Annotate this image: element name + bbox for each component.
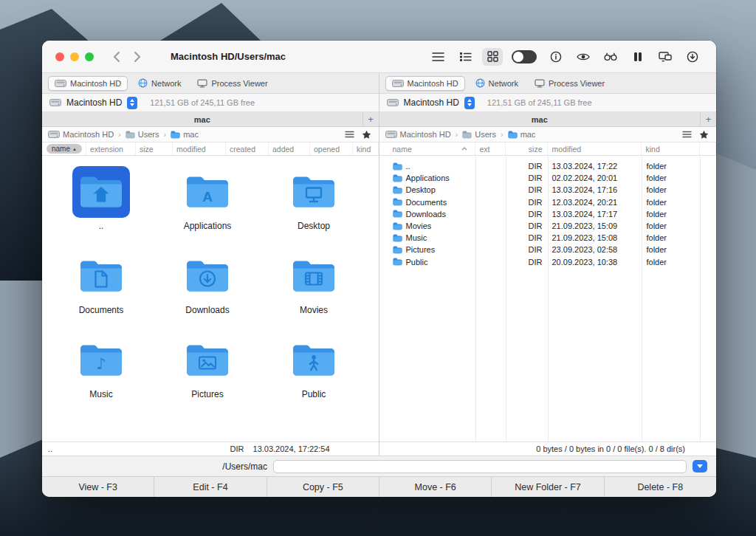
breadcrumb-label: Macintosh HD xyxy=(400,130,451,139)
left-content[interactable]: .. A Applications Desktop Documents Down… xyxy=(42,156,379,441)
grid-item-music[interactable]: ♪ Music xyxy=(48,327,154,411)
list-row-applications[interactable]: ApplicationsDIR02.02.2024, 20:01folder xyxy=(379,172,717,184)
window-title: Macintosh HD/Users/mac xyxy=(171,51,286,62)
grid-item-pictures[interactable]: Pictures xyxy=(154,327,261,411)
toggle-knob xyxy=(513,52,523,62)
command-input[interactable] xyxy=(273,460,687,473)
column-header-size[interactable]: size xyxy=(136,142,173,155)
folder-tab[interactable]: mac xyxy=(379,115,701,124)
column-header-opened[interactable]: opened xyxy=(310,142,353,155)
folder-blue-icon xyxy=(393,222,402,230)
fn-button-edit-f4[interactable]: Edit - F4 xyxy=(154,477,267,497)
folder-tab[interactable]: mac xyxy=(42,115,362,124)
column-header-kind[interactable]: kind xyxy=(353,142,379,155)
list-row-documents[interactable]: DocumentsDIR12.03.2024, 20:21folder xyxy=(379,196,717,208)
download-icon[interactable] xyxy=(682,48,703,66)
list-row-item[interactable]: ..DIR13.03.2024, 17:22folder xyxy=(379,160,717,172)
tab-network[interactable]: Network xyxy=(470,76,524,90)
drive-name: Macintosh HD xyxy=(404,97,459,108)
list-row-downloads[interactable]: DownloadsDIR13.03.2024, 17:17folder xyxy=(379,208,717,220)
list-row-music[interactable]: MusicDIR21.09.2023, 15:08folder xyxy=(379,232,717,244)
minimize-button[interactable] xyxy=(70,52,79,61)
stepper-down-arrow xyxy=(130,103,134,106)
breadcrumb-separator: › xyxy=(118,130,121,139)
svg-text:A: A xyxy=(202,189,213,205)
star-icon[interactable] xyxy=(362,130,371,140)
tab-macintosh-hd[interactable]: Macintosh HD xyxy=(48,76,128,91)
fn-button-delete-f8[interactable]: Delete - F8 xyxy=(605,477,716,497)
list-row-pictures[interactable]: PicturesDIR23.09.2023, 02:58folder xyxy=(379,244,717,255)
file-modified: 21.09.2023, 15:09 xyxy=(548,221,642,230)
tab-process-viewer[interactable]: Process Viewer xyxy=(191,77,273,90)
breadcrumb-label: mac xyxy=(183,130,199,139)
grid-item-documents[interactable]: Documents xyxy=(48,243,154,327)
grid-item-item[interactable]: .. xyxy=(48,159,154,243)
tab-process-viewer[interactable]: Process Viewer xyxy=(529,77,611,90)
folder-blue-icon xyxy=(393,210,402,218)
columns-icon[interactable] xyxy=(628,48,648,66)
list-row-movies[interactable]: MoviesDIR21.09.2023, 15:09folder xyxy=(379,220,717,232)
column-header-name[interactable]: name xyxy=(379,142,475,155)
list-view-icon[interactable] xyxy=(427,48,448,66)
grid-item-applications[interactable]: A Applications xyxy=(154,159,261,243)
tab-macintosh-hd[interactable]: Macintosh HD xyxy=(385,76,465,91)
titlebar[interactable]: Macintosh HD/Users/mac xyxy=(42,41,716,73)
drive-select-stepper[interactable] xyxy=(464,97,475,109)
detail-view-icon[interactable] xyxy=(455,48,475,66)
fn-button-move-f6[interactable]: Move - F6 xyxy=(379,477,492,497)
column-header-modified[interactable]: modified xyxy=(173,142,226,155)
file-modified: 02.02.2024, 20:01 xyxy=(548,173,642,182)
add-tab-button[interactable]: + xyxy=(362,112,379,126)
column-header-ext[interactable]: ext xyxy=(475,142,506,155)
column-header-added[interactable]: added xyxy=(269,142,310,155)
zoom-button[interactable] xyxy=(85,52,94,61)
grid-item-downloads[interactable]: Downloads xyxy=(154,243,261,327)
back-icon[interactable] xyxy=(113,51,120,63)
grid-view-icon[interactable] xyxy=(482,48,503,66)
right-content[interactable]: ..DIR13.03.2024, 17:22folderApplications… xyxy=(379,156,717,441)
file-name-cell: Public xyxy=(379,258,475,267)
list-row-desktop[interactable]: DesktopDIR13.03.2024, 17:16folder xyxy=(379,184,717,196)
drive-select-stepper[interactable] xyxy=(127,97,137,109)
applications-folder-icon: A xyxy=(179,166,236,218)
forward-icon[interactable] xyxy=(134,51,141,63)
column-header-name[interactable]: name▲ xyxy=(42,142,86,155)
close-button[interactable] xyxy=(55,52,64,61)
fn-button-copy-f5[interactable]: Copy - F5 xyxy=(267,477,379,497)
column-header-kind[interactable]: kind xyxy=(642,142,700,155)
binoculars-icon[interactable] xyxy=(600,48,621,66)
grid-item-desktop[interactable]: Desktop xyxy=(261,159,367,243)
fn-button-new-folder-f7[interactable]: New Folder - F7 xyxy=(492,477,604,497)
breadcrumb-item-mac[interactable]: mac xyxy=(171,130,199,139)
breadcrumb-item-users[interactable]: Users xyxy=(126,130,159,139)
eye-icon[interactable] xyxy=(573,48,594,66)
displays-icon[interactable] xyxy=(655,48,676,66)
breadcrumb-item-macintosh-hd[interactable]: Macintosh HD xyxy=(48,130,114,139)
star-icon[interactable] xyxy=(699,130,709,140)
list-lines-icon[interactable] xyxy=(345,131,354,138)
tab-network[interactable]: Network xyxy=(132,76,187,90)
left-column-headers: name▲extensionsizemodifiedcreatedaddedop… xyxy=(42,142,379,156)
sort-asc-icon xyxy=(461,147,467,151)
column-header-extension[interactable]: extension xyxy=(86,142,136,155)
breadcrumb-item-macintosh-hd[interactable]: Macintosh HD xyxy=(385,130,451,139)
breadcrumb-item-mac[interactable]: mac xyxy=(508,130,536,139)
toggle-switch[interactable] xyxy=(512,50,537,63)
column-label: kind xyxy=(646,145,660,154)
grid-item-public[interactable]: Public xyxy=(261,327,367,411)
column-header-size[interactable]: size xyxy=(506,142,548,155)
file-name-cell: Documents xyxy=(379,198,475,207)
fn-button-view-f3[interactable]: View - F3 xyxy=(42,477,154,497)
globe-icon xyxy=(475,78,485,88)
info-icon[interactable] xyxy=(546,48,566,66)
grid-item-movies[interactable]: Movies xyxy=(261,243,367,327)
folder-blue-icon xyxy=(393,198,402,206)
column-header-created[interactable]: created xyxy=(226,142,269,155)
add-tab-button[interactable]: + xyxy=(700,112,716,126)
command-history-dropdown-button[interactable] xyxy=(693,460,707,473)
breadcrumb-item-users[interactable]: Users xyxy=(462,130,496,139)
list-row-public[interactable]: PublicDIR20.09.2023, 10:38folder xyxy=(379,256,717,268)
list-lines-icon[interactable] xyxy=(682,131,692,138)
column-header-modified[interactable]: modified xyxy=(548,142,642,155)
file-grid: .. A Applications Desktop Documents Down… xyxy=(48,156,379,411)
